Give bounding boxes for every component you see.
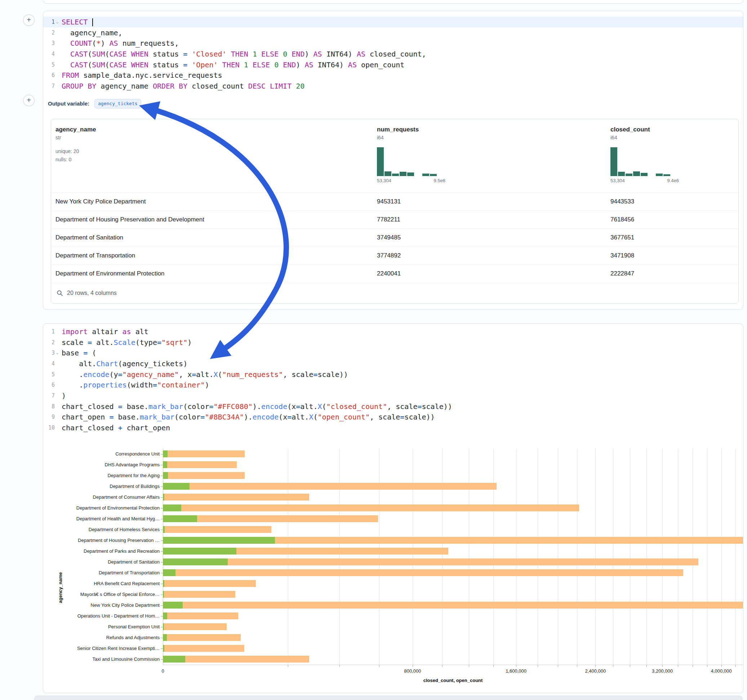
histogram-max-label: 9.5e6 bbox=[434, 178, 445, 184]
code-line[interactable]: 7GROUP BY agency_name ORDER BY closed_co… bbox=[43, 81, 743, 92]
x-axis-label: 3,200,000 bbox=[641, 668, 684, 674]
fold-chevron-icon[interactable]: ⌄ bbox=[55, 20, 60, 24]
code-line[interactable]: 8chart_closed = base.mark_bar(color="#FF… bbox=[43, 401, 743, 412]
code-token: ) bbox=[304, 50, 313, 58]
python-editor[interactable]: 1import altair as alt2scale = alt.Scale(… bbox=[43, 324, 743, 436]
table-cell: 3774892 bbox=[377, 252, 611, 259]
code-line[interactable]: 1import altair as alt bbox=[43, 326, 743, 337]
y-axis-label: Refunds and Adjustments bbox=[44, 635, 160, 641]
code-token bbox=[62, 39, 70, 48]
line-number: 4 bbox=[43, 361, 55, 367]
bar-open bbox=[163, 634, 167, 641]
code-token: = bbox=[313, 370, 318, 379]
histogram-bar bbox=[407, 172, 414, 176]
code-text: .encode(y="agency_name", x=alt.X("num_re… bbox=[60, 370, 348, 379]
line-number: 5 bbox=[43, 371, 55, 378]
bar-open bbox=[163, 504, 181, 511]
code-line[interactable]: 5 .encode(y="agency_name", x=alt.X("num_… bbox=[43, 369, 743, 380]
code-line[interactable]: 1⌄SELECT bbox=[43, 17, 743, 27]
code-line[interactable]: 4 alt.Chart(agency_tickets) bbox=[43, 358, 743, 369]
code-line[interactable]: 2 agency_name, bbox=[43, 27, 743, 38]
search-icon[interactable] bbox=[56, 290, 64, 297]
x-axis-label: 0 bbox=[141, 668, 184, 674]
code-token: (x bbox=[278, 413, 287, 421]
code-line[interactable]: 6 .properties(width="container") bbox=[43, 380, 743, 390]
code-text: FROM sample_data.nyc.service_requests bbox=[60, 71, 222, 80]
bar-closed bbox=[163, 634, 241, 641]
code-token: AS bbox=[357, 50, 365, 58]
y-axis-label: New York City Police Department bbox=[44, 602, 160, 608]
gridline bbox=[288, 449, 288, 665]
gridline bbox=[735, 449, 735, 665]
code-line[interactable]: 9chart_open = base.mark_bar(color="#8BC3… bbox=[43, 412, 743, 423]
code-token: 1 bbox=[253, 50, 257, 58]
results-table: agency_namestrunique: 20nulls: 0num_requ… bbox=[51, 119, 739, 303]
code-text: GROUP BY agency_name ORDER BY closed_cou… bbox=[60, 82, 304, 91]
code-token: scale)) bbox=[422, 402, 452, 411]
code-token: encode bbox=[261, 402, 287, 411]
code-token: COUNT bbox=[70, 39, 92, 48]
code-text: chart_open = base.mark_bar(color="#8BC34… bbox=[60, 413, 435, 421]
code-token: num_requests, bbox=[118, 39, 179, 48]
line-number: 3 bbox=[43, 350, 55, 356]
histogram-bar bbox=[641, 173, 647, 176]
code-line[interactable]: 2scale = alt.Scale(type="sqrt") bbox=[43, 337, 743, 348]
table-row[interactable]: Department of Housing Preservation and D… bbox=[51, 211, 738, 229]
code-line[interactable]: 5 CAST(SUM(CASE WHEN status = 'Open' THE… bbox=[43, 59, 743, 70]
code-line[interactable]: 4 CAST(SUM(CASE WHEN status = 'Closed' T… bbox=[43, 48, 743, 59]
gridline bbox=[707, 449, 708, 665]
code-token: mark_bar bbox=[140, 413, 174, 421]
add-cell-button-output[interactable]: + bbox=[23, 95, 35, 106]
code-token: AS bbox=[304, 60, 313, 69]
line-number: 8 bbox=[43, 403, 55, 410]
y-axis-title: agency_name bbox=[57, 572, 63, 603]
table-row[interactable]: Department of Sanitation37494853677651 bbox=[51, 229, 738, 247]
y-axis-tick bbox=[161, 465, 163, 465]
fold-chevron-icon[interactable]: ⌄ bbox=[55, 350, 60, 355]
code-token bbox=[127, 50, 131, 58]
code-token: X bbox=[309, 413, 313, 421]
gridline bbox=[469, 449, 469, 665]
gridline bbox=[678, 449, 678, 665]
code-line[interactable]: 7) bbox=[43, 390, 743, 401]
code-token: 1 bbox=[244, 60, 248, 69]
column-header-num_requests[interactable]: num_requestsi6453,3049.5e6 bbox=[377, 126, 611, 184]
code-text: base = ( bbox=[60, 348, 96, 357]
sql-editor[interactable]: 1⌄SELECT 2 agency_name,3 COUNT(*) AS num… bbox=[43, 11, 743, 94]
code-line[interactable]: 10chart_closed + chart_open bbox=[43, 422, 743, 433]
code-text: SELECT bbox=[60, 18, 93, 27]
code-token: ( bbox=[88, 50, 92, 58]
code-line[interactable]: 3⌄base = ( bbox=[43, 347, 743, 358]
code-token: altair bbox=[88, 327, 122, 336]
code-token: (type bbox=[136, 338, 157, 347]
bar-open bbox=[163, 515, 197, 522]
column-header-closed_count[interactable]: closed_counti6453,3049.4e6 bbox=[611, 126, 738, 184]
add-cell-button-top[interactable]: + bbox=[23, 14, 35, 26]
line-number-gutter: 10 bbox=[43, 424, 60, 431]
code-token: open_count bbox=[357, 60, 404, 69]
code-token bbox=[278, 50, 283, 58]
code-token: encode bbox=[253, 413, 278, 421]
code-token: = bbox=[83, 348, 88, 357]
line-number: 1 bbox=[43, 328, 55, 335]
code-token: = bbox=[109, 413, 113, 421]
bar-closed bbox=[163, 580, 256, 587]
y-axis-tick bbox=[161, 486, 163, 487]
column-header-agency_name[interactable]: agency_namestrunique: 20nulls: 0 bbox=[51, 126, 377, 184]
y-axis-tick bbox=[161, 540, 163, 541]
histogram-bar bbox=[430, 174, 437, 176]
next-cell-edge[interactable] bbox=[34, 695, 742, 700]
code-line[interactable]: 3 COUNT(*) AS num_requests, bbox=[43, 38, 743, 48]
line-number: 1 bbox=[43, 19, 55, 25]
code-line[interactable]: 6FROM sample_data.nyc.service_requests bbox=[43, 70, 743, 81]
code-token: = bbox=[417, 402, 422, 411]
table-row[interactable]: Department of Transportation377489234719… bbox=[51, 247, 738, 265]
table-row[interactable]: New York City Police Department945313194… bbox=[51, 193, 738, 211]
code-token: alt. bbox=[92, 338, 113, 347]
table-row[interactable]: Department of Environmental Protection22… bbox=[51, 265, 738, 283]
output-variable-chip[interactable]: agency_tickets bbox=[94, 99, 141, 109]
column-name: closed_count bbox=[611, 126, 738, 134]
line-number-gutter: 6 bbox=[43, 72, 60, 78]
bar-closed bbox=[163, 612, 238, 619]
y-axis-label: DHS Advantage Programs bbox=[44, 462, 160, 468]
